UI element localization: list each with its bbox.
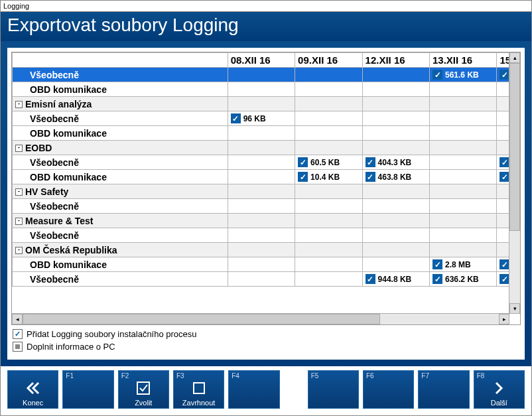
grid-cell[interactable] [362,243,429,257]
grid-cell[interactable]: ✓561.6 KB [430,68,497,82]
tree-cell[interactable]: Všeobecně [13,155,228,170]
check-icon[interactable]: ✓ [366,172,375,182]
scroll-left-button[interactable]: ◂ [12,314,23,324]
scroll-down-button[interactable]: ▾ [509,303,520,314]
tree-cell[interactable]: -Emisní analýza [13,97,228,111]
grid-cell[interactable] [295,126,362,141]
hscroll-track[interactable] [23,314,499,324]
grid-cell[interactable] [430,170,497,184]
table-row[interactable]: Všeobecně✓60.5 KB✓404.3 KB✓ [13,155,520,170]
f6-button[interactable]: F6 [363,370,414,409]
grid-cell[interactable] [430,97,497,111]
check-icon[interactable]: ✓ [366,157,375,167]
grid-cell[interactable] [295,68,362,82]
grid-cell[interactable] [295,141,362,155]
grid-cell[interactable] [295,97,362,111]
grid-cell[interactable]: ✓944.8 KB [362,272,429,287]
check-icon[interactable]: ✓ [298,172,308,182]
col-header-date[interactable]: 08.XII 16 [228,53,295,68]
grid-cell[interactable] [362,68,429,82]
grid-cell[interactable] [228,243,295,257]
grid-cell[interactable] [430,199,497,214]
tree-cell[interactable]: OBD komunikace [13,126,228,141]
checkbox-icon[interactable] [13,342,23,352]
vscroll-thumb[interactable] [509,63,520,231]
grid-cell[interactable] [295,272,362,287]
grid-cell[interactable]: ✓96 KB [228,111,295,126]
grid-cell[interactable] [362,257,429,272]
grid-cell[interactable]: ✓2.8 MB [430,257,497,272]
checkbox-icon[interactable] [13,329,23,339]
f5-button[interactable]: F5 [308,370,359,409]
table-row[interactable]: -EOBD [13,141,520,155]
scroll-right-button[interactable]: ▸ [499,314,509,324]
grid-cell[interactable] [362,82,429,97]
grid-cell[interactable] [228,141,295,155]
grid-cell[interactable]: ✓636.2 KB [430,272,497,287]
check-icon[interactable]: ✓ [298,157,308,167]
grid-cell[interactable] [295,82,362,97]
f4-button[interactable]: F4 [228,370,279,409]
grid-cell[interactable] [228,82,295,97]
tree-cell[interactable]: Všeobecně [13,68,228,82]
grid-cell[interactable] [430,126,497,141]
collapse-icon[interactable]: - [15,101,23,108]
vscroll-track[interactable] [509,63,520,303]
table-row[interactable]: Všeobecně [13,228,520,243]
grid-cell[interactable] [228,228,295,243]
table-row[interactable]: Všeobecně✓944.8 KB✓636.2 KB✓ [13,272,520,287]
scroll-up-button[interactable]: ▴ [509,52,520,63]
tree-cell[interactable]: OBD komunikace [13,170,228,184]
table-row[interactable]: OBD komunikace✓2.8 MB✓ [13,257,520,272]
tree-cell[interactable]: -HV Safety [13,184,228,199]
f8-dalsi-button[interactable]: F8 Další [474,370,525,409]
grid-cell[interactable] [430,82,497,97]
check-icon[interactable]: ✓ [231,113,241,123]
collapse-icon[interactable]: - [15,145,23,152]
grid-cell[interactable] [362,199,429,214]
konec-button[interactable]: Konec [7,370,58,409]
grid-cell[interactable] [295,111,362,126]
grid-cell[interactable] [430,184,497,199]
grid-cell[interactable]: ✓10.4 KB [295,170,362,184]
grid-cell[interactable] [362,126,429,141]
tree-cell[interactable]: -Measure & Test [13,214,228,228]
table-row[interactable]: OBD komunikace✓10.4 KB✓463.8 KB✓ [13,170,520,184]
grid-cell[interactable] [228,214,295,228]
grid-cell[interactable] [362,214,429,228]
tree-cell[interactable]: OBD komunikace [13,257,228,272]
collapse-icon[interactable]: - [15,218,23,225]
table-row[interactable]: OBD komunikace [13,82,520,97]
grid-cell[interactable] [430,214,497,228]
grid-cell[interactable] [228,184,295,199]
col-header-name[interactable] [13,53,228,68]
tree-cell[interactable]: -OM Česká Republika [13,243,228,257]
grid-cell[interactable] [295,199,362,214]
grid-cell[interactable] [295,184,362,199]
vertical-scrollbar[interactable]: ▴ ▾ [509,52,520,314]
grid-cell[interactable] [295,228,362,243]
tree-cell[interactable]: Všeobecně [13,111,228,126]
table-row[interactable]: Všeobecně✓561.6 KB✓ [13,68,520,82]
f7-button[interactable]: F7 [418,370,469,409]
grid-cell[interactable] [430,243,497,257]
grid-cell[interactable] [228,199,295,214]
check-icon[interactable]: ✓ [432,274,442,284]
grid-cell[interactable] [228,257,295,272]
table-row[interactable]: -HV Safety [13,184,520,199]
table-row[interactable]: -Measure & Test [13,214,520,228]
option-add-install-logs[interactable]: Přidat Logging soubory instalačního proc… [13,329,519,339]
tree-cell[interactable]: Všeobecně [13,272,228,287]
table-row[interactable]: Všeobecně✓96 KB [13,111,520,126]
grid-cell[interactable] [430,141,497,155]
grid-cell[interactable] [362,97,429,111]
grid-cell[interactable] [430,228,497,243]
table-row[interactable]: -Emisní analýza [13,97,520,111]
grid-cell[interactable] [362,111,429,126]
check-icon[interactable]: ✓ [432,259,442,269]
grid-cell[interactable]: ✓60.5 KB [295,155,362,170]
f2-zvolit-button[interactable]: F2 Zvolit [118,370,169,409]
grid-cell[interactable] [362,184,429,199]
grid-cell[interactable] [362,141,429,155]
collapse-icon[interactable]: - [15,188,23,196]
